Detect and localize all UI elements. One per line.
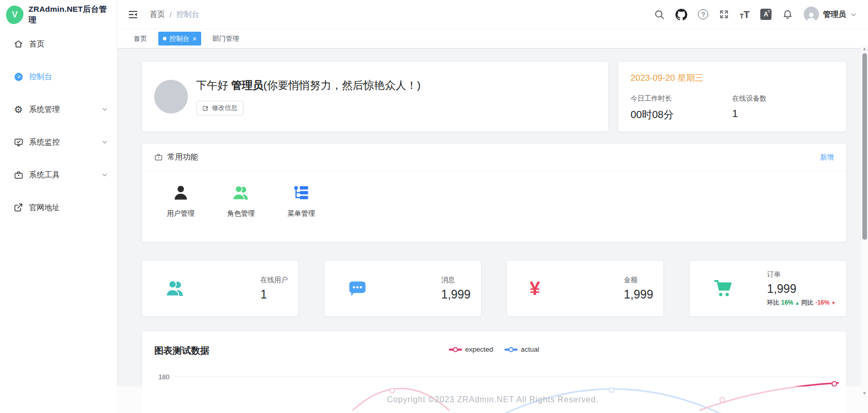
tab-label: 首页 [134, 34, 147, 43]
monitor-icon [13, 137, 23, 147]
font-size-icon[interactable]: TT [740, 10, 750, 19]
briefcase-icon [154, 153, 163, 162]
cart-icon [712, 278, 734, 299]
sidebar-item-label: 系统监控 [29, 137, 60, 147]
work-duration-label: 今日工作时长 [631, 94, 732, 103]
online-devices-value: 1 [732, 108, 834, 120]
app-title: ZRAdmin.NET后台管理 [29, 4, 110, 26]
quick-functions-title: 常用功能 [167, 152, 198, 162]
legend-item-actual[interactable]: actual [504, 346, 539, 353]
stat-trend: 环比 16% ▲ 同比 -16% ▼ [767, 299, 836, 307]
quick-item-role-management[interactable]: 角色管理 [220, 181, 262, 218]
scroll-down-icon[interactable]: ▼ [862, 389, 866, 397]
sidebar-item-home[interactable]: 首页 [0, 32, 117, 56]
stat-card-amount: ¥ 金额 1,999 [507, 260, 664, 316]
legend-marker-icon [449, 349, 462, 351]
chevron-down-icon [102, 106, 108, 112]
breadcrumb: 首页 / 控制台 [150, 10, 199, 19]
top-navbar: 首页 / 控制台 ? TT A文 管理员 [117, 0, 868, 29]
github-icon[interactable] [676, 9, 687, 20]
chevron-down-icon [102, 139, 108, 145]
user-menu[interactable]: 管理员 [804, 7, 857, 22]
language-icon[interactable]: A文 [760, 9, 771, 20]
sidebar-item-official-site[interactable]: 官网地址 [0, 196, 117, 219]
gear-icon: ⚙ [13, 104, 23, 114]
external-link-icon [13, 202, 23, 213]
stat-value: 1,999 [767, 282, 836, 296]
legend-label: expected [465, 346, 493, 353]
quick-item-menu-management[interactable]: 菜单管理 [280, 181, 323, 218]
yen-icon: ¥ [529, 279, 540, 298]
tab-label: 部门管理 [212, 34, 239, 43]
username-label: 管理员 [823, 10, 846, 19]
main-content: 下午好 管理员(你要悄悄努力，然后惊艳众人！) 修改信息 2023-09-20 … [117, 49, 868, 413]
today-date: 2023-09-20 星期三 [631, 72, 834, 84]
greeting-username: 管理员 [231, 79, 263, 91]
tab-label: 控制台 [170, 34, 189, 43]
sidebar-item-label: 系统工具 [29, 170, 60, 180]
tab-home[interactable]: 首页 [128, 32, 153, 45]
mom-value: 16% [781, 299, 793, 306]
chevron-down-icon [102, 172, 108, 178]
scroll-up-icon[interactable]: ▲ [862, 45, 866, 52]
user-avatar-large[interactable] [154, 80, 188, 113]
stat-label: 消息 [441, 276, 471, 285]
roles-icon [231, 181, 251, 204]
quick-item-user-management[interactable]: 用户管理 [159, 181, 202, 218]
tab-bar: 首页 控制台 × 部门管理 [117, 29, 868, 49]
tab-departments[interactable]: 部门管理 [206, 32, 245, 45]
toolbox-icon [13, 170, 23, 180]
greeting-text: 下午好 管理员(你要悄悄努力，然后惊艳众人！) [196, 78, 421, 93]
online-devices-label: 在线设备数 [732, 94, 834, 103]
tab-dashboard[interactable]: 控制台 × [158, 32, 201, 45]
tab-dot-icon [163, 37, 166, 40]
stat-label: 金额 [624, 276, 654, 285]
scrollbar-thumb[interactable] [862, 53, 867, 240]
trend-up-icon: ▲ [795, 301, 800, 306]
home-icon [13, 39, 23, 49]
sidebar-item-system-management[interactable]: ⚙ 系统管理 [0, 98, 117, 121]
quick-item-label: 菜单管理 [287, 209, 315, 218]
stat-card-online-users: 在线用户 1 [141, 260, 299, 316]
legend-item-expected[interactable]: expected [449, 346, 493, 353]
stat-value: 1 [260, 288, 288, 302]
stat-card-messages: 消息 1,999 [324, 260, 481, 316]
fullscreen-icon[interactable] [719, 9, 729, 19]
yoy-value: -16% [815, 299, 830, 306]
stat-label: 订单 [767, 270, 836, 279]
quick-item-label: 角色管理 [227, 209, 255, 218]
legend-label: actual [521, 346, 539, 353]
tab-close-icon[interactable]: × [192, 35, 197, 42]
chart-legend: expected actual [142, 346, 846, 353]
bell-icon[interactable] [782, 9, 793, 20]
stat-value: 1,999 [624, 288, 654, 302]
online-users-icon [164, 278, 186, 299]
sidebar: V ZRAdmin.NET后台管理 首页 控制台 ⚙ 系统管理 系 [0, 0, 117, 413]
trend-down-icon: ▼ [831, 301, 836, 306]
sidebar-item-dashboard[interactable]: 控制台 [0, 65, 117, 88]
sidebar-item-system-tools[interactable]: 系统工具 [0, 163, 117, 187]
copyright-text: Copyright ©2023 ZRAdmin.NET All Rights R… [387, 395, 599, 404]
search-icon[interactable] [654, 9, 665, 20]
logo-icon: V [6, 6, 23, 24]
edit-profile-button[interactable]: 修改信息 [196, 101, 244, 116]
sidebar-collapse-icon[interactable] [128, 9, 138, 20]
welcome-card: 下午好 管理员(你要悄悄努力，然后惊艳众人！) 修改信息 [141, 61, 609, 132]
user-icon [172, 181, 190, 204]
avatar [804, 7, 819, 22]
scrollbar[interactable]: ▲ ▼ [861, 45, 868, 398]
app-logo[interactable]: V ZRAdmin.NET后台管理 [0, 0, 117, 29]
message-icon [347, 278, 368, 299]
sidebar-item-label: 首页 [29, 39, 44, 49]
work-duration-value: 00时08分 [631, 108, 732, 122]
sidebar-item-system-monitor[interactable]: 系统监控 [0, 130, 117, 154]
sidebar-menu: 首页 控制台 ⚙ 系统管理 系统监控 [0, 29, 117, 219]
today-card: 2023-09-20 星期三 今日工作时长 00时08分 在线设备数 1 [618, 61, 847, 132]
footer: Copyright ©2023 ZRAdmin.NET All Rights R… [0, 386, 868, 413]
legend-marker-icon [504, 349, 518, 351]
quick-item-label: 用户管理 [167, 209, 195, 218]
add-quick-function-link[interactable]: 新增 [820, 153, 834, 162]
chevron-down-icon [850, 11, 857, 18]
breadcrumb-home[interactable]: 首页 [150, 10, 165, 19]
help-icon[interactable]: ? [698, 9, 708, 19]
